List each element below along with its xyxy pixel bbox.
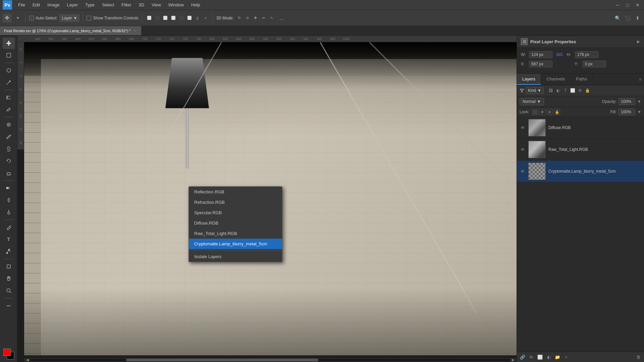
3d-rotate-btn[interactable]: ↻ (236, 14, 243, 22)
3d-slide-btn[interactable]: ⇔ (260, 14, 267, 22)
align-center-v-btn[interactable]: ⬛ (178, 14, 185, 22)
fill-stepper[interactable]: ▼ (637, 110, 641, 114)
gradient-tool[interactable] (3, 182, 15, 194)
expand-btn[interactable]: ▼ (13, 14, 22, 22)
brush-tool[interactable] (3, 131, 15, 142)
h-scroll-track[interactable] (30, 359, 511, 361)
dist-v-btn[interactable]: = (202, 14, 209, 22)
3d-drag-btn[interactable]: ✥ (252, 14, 259, 22)
menu-3d[interactable]: 3D (135, 1, 148, 9)
layer-dropdown[interactable]: Layer ▼ (59, 14, 79, 22)
canvas-container[interactable]: Reflection.RGB Refraction.RGB Specular.R… (24, 42, 517, 355)
ctx-item-refraction[interactable]: Refraction.RGB (189, 197, 282, 207)
move-tool[interactable] (3, 38, 15, 49)
group-btn[interactable]: 📁 (554, 353, 561, 361)
filter-adjustment-icon[interactable]: ◐ (555, 87, 561, 94)
h-scroll-thumb[interactable] (126, 359, 318, 361)
ctx-item-reflection[interactable]: Reflection.RGB (189, 187, 282, 197)
lock-pixels-btn[interactable]: ⬛ (532, 109, 538, 115)
menu-window[interactable]: Window (165, 1, 187, 9)
wand-tool[interactable] (3, 77, 15, 88)
foreground-color-swatch[interactable] (3, 349, 11, 356)
selection-tool[interactable] (3, 50, 15, 61)
filter-lock-icon[interactable]: 🔒 (585, 87, 591, 94)
layer-visibility-btn-crypto[interactable]: 👁 (520, 168, 526, 174)
align-left-btn[interactable]: ⬜ (146, 14, 153, 22)
filter-icon-btn[interactable] (520, 88, 524, 93)
dist-h-btn[interactable]: || (194, 14, 201, 22)
filter-type-icon[interactable]: T (562, 87, 569, 94)
layer-item-cryptomatte[interactable]: 👁 Cryptomatte.Lamp_blurry_metal_5cm (517, 161, 644, 182)
fill-value[interactable]: 100% (619, 109, 635, 115)
layer-visibility-btn-diffuse[interactable]: 👁 (520, 125, 526, 131)
layer-item-raw[interactable]: 👁 Raw_Total_Light.RGB (517, 139, 644, 161)
crop-tool[interactable] (3, 92, 15, 103)
align-center-h-btn[interactable]: ⬛ (154, 14, 161, 22)
3d-roll-btn[interactable]: ⊙ (244, 14, 251, 22)
more-options-btn[interactable]: ... (277, 14, 286, 22)
eraser-tool[interactable] (3, 167, 15, 179)
filter-shape-icon[interactable]: ⬜ (570, 87, 576, 94)
menu-view[interactable]: View (148, 1, 164, 9)
align-bottom-btn[interactable]: ⬜ (186, 14, 193, 22)
minimize-btn[interactable]: ─ (614, 1, 621, 9)
tab-layers[interactable]: Layers (517, 74, 541, 85)
layer-item-diffuse[interactable]: 👁 Diffuse.RGB (517, 117, 644, 139)
filter-smart-icon[interactable]: ⚙ (577, 87, 583, 94)
blur-tool[interactable] (3, 194, 15, 206)
delete-layer-btn[interactable]: 🗑 (635, 353, 642, 361)
auto-select-checkbox[interactable]: ✓ (29, 16, 34, 20)
dodge-tool[interactable] (3, 206, 15, 218)
blend-mode-dropdown[interactable]: Normal ▼ (520, 98, 544, 105)
doc-tab[interactable]: Final Render.exr @ 170% (Cryptomatte.Lam… (0, 26, 142, 35)
layer-visibility-btn-raw[interactable]: 👁 (520, 146, 526, 153)
path-select-tool[interactable] (3, 246, 15, 257)
lasso-tool[interactable] (3, 65, 15, 76)
layers-panel-menu-btn[interactable]: ≡ (639, 77, 641, 82)
transform-checkbox[interactable] (87, 16, 91, 20)
align-top-btn[interactable]: ⬜ (170, 14, 177, 22)
adjustment-btn[interactable]: ◐ (545, 353, 552, 361)
ctx-item-specular[interactable]: Specular.RGB (189, 207, 282, 218)
menu-layer[interactable]: Layer (64, 1, 82, 9)
pen-tool[interactable] (3, 222, 15, 233)
play-btn[interactable]: ▶ (637, 39, 640, 44)
lock-all-btn[interactable]: 🔒 (554, 109, 560, 115)
lock-artboard-btn[interactable]: ⊞ (547, 109, 553, 115)
maximize-btn[interactable]: □ (624, 1, 631, 9)
zoom-tool[interactable] (3, 285, 15, 296)
ctx-item-raw-total[interactable]: Raw_Total_Light.RGB (189, 228, 282, 239)
filter-pixel-icon[interactable]: 🖼 (548, 87, 554, 94)
history-brush-tool[interactable] (3, 155, 15, 167)
menu-edit[interactable]: Edit (29, 1, 43, 9)
hand-tool[interactable] (3, 273, 15, 284)
ctx-item-isolate[interactable]: Isolate Layers (189, 251, 282, 262)
align-right-btn[interactable]: ⬜ (162, 14, 169, 22)
ctx-item-diffuse[interactable]: Diffuse.RGB (189, 218, 282, 228)
clone-tool[interactable] (3, 143, 15, 155)
tab-paths[interactable]: Paths (571, 74, 593, 85)
link-layers-btn[interactable]: 🔗 (519, 353, 526, 361)
menu-filter[interactable]: Filter (118, 1, 135, 9)
extras-btn[interactable]: ••• (3, 300, 15, 311)
menu-select[interactable]: Select (99, 1, 117, 9)
fx-btn[interactable]: fx (528, 353, 535, 361)
opacity-stepper[interactable]: ▼ (637, 99, 641, 104)
scroll-right-btn[interactable]: ▶ (512, 358, 515, 362)
share-btn[interactable]: ⬆ (634, 14, 641, 22)
opacity-value[interactable]: 100% (619, 98, 635, 105)
new-layer-btn[interactable]: + (562, 353, 570, 361)
menu-help[interactable]: Help (188, 1, 204, 9)
go-btn[interactable]: GO (555, 52, 564, 57)
lock-position-btn[interactable]: ✥ (539, 109, 545, 115)
menu-file[interactable]: File (15, 1, 29, 9)
tab-channels[interactable]: Channels (541, 74, 571, 85)
close-btn[interactable]: ✕ (634, 1, 641, 9)
heal-tool[interactable] (3, 119, 15, 130)
menu-type[interactable]: Type (82, 1, 98, 9)
tab-close-btn[interactable]: × (132, 28, 137, 33)
search-btn[interactable]: 🔍 (614, 14, 621, 22)
scroll-left-btn[interactable]: ◀ (26, 358, 29, 362)
workspace-btn[interactable]: ⬛ (624, 14, 631, 22)
color-swatches[interactable] (3, 349, 14, 359)
